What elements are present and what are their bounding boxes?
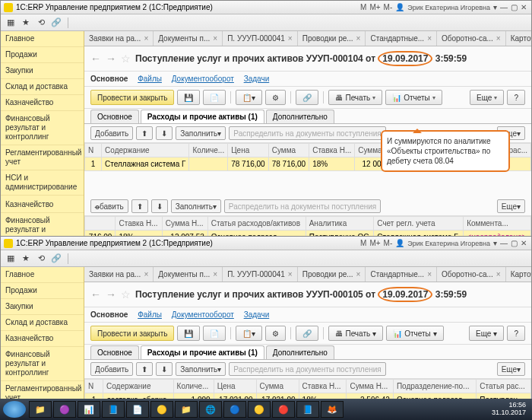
main-toolbar: ▦ ★ ⟲ 🔗: [1, 14, 531, 31]
nav-finresult[interactable]: Финансовый результат и контроллинг: [1, 111, 84, 145]
link-icon[interactable]: 🔗: [49, 17, 63, 29]
lnk-tasks[interactable]: Задачи: [244, 75, 270, 83]
fav-icon[interactable]: ☆: [121, 52, 131, 65]
post-close-btn[interactable]: Провести и закрыть: [90, 90, 174, 105]
nav-sales[interactable]: Продажи: [1, 47, 84, 63]
tb-app[interactable]: 🟣: [53, 401, 76, 418]
nav-main[interactable]: Главное: [1, 31, 84, 47]
tab-3[interactable]: Проводки ре...×: [298, 31, 366, 46]
lnk-files[interactable]: Файлы: [138, 75, 162, 83]
taskbar: 📁 🟣 📊 📘 📄 🟡 📁 🌐 🔵 🟡 🔴 📘 🦊 16:56 31.10.20…: [0, 399, 532, 420]
grid-b[interactable]: NСодержаниеКоличе... ЦенаСуммаСтавка Н..…: [84, 379, 531, 401]
main-toolbar-b: ▦ ★ ⟲ 🔗: [1, 250, 531, 267]
up2[interactable]: ⬆: [131, 199, 148, 213]
lnk-main[interactable]: Основное: [90, 75, 128, 83]
action-row: Провести и закрыть 💾 📄 📋▾ ⚙ 🔗 🖶 Печать ▾…: [84, 87, 531, 109]
doc-title-b: Поступление услуг и прочих активов УУУП-…: [135, 287, 467, 302]
misc3-btn[interactable]: 🔗: [296, 90, 318, 105]
app-icon: [4, 3, 13, 12]
tab-5[interactable]: Оборотно-са...×: [437, 31, 506, 46]
tb-app[interactable]: 🟡: [248, 401, 271, 418]
tab-4[interactable]: Стандартные...×: [366, 31, 437, 46]
add-row-btn2[interactable]: о̶бавить: [90, 199, 128, 213]
misc2-btn[interactable]: ⚙: [265, 90, 286, 105]
subtab-expenses[interactable]: Расходы и прочие активы (1): [141, 110, 264, 123]
sidebar: Главное Продажи Закупки Склад и доставка…: [1, 31, 84, 197]
add-row-btn[interactable]: Добавить: [90, 126, 133, 140]
reports-btn[interactable]: 📊 Отчеты ▾: [385, 90, 442, 105]
down2[interactable]: ⬇: [151, 199, 168, 213]
more-btn[interactable]: Еще ▾: [470, 90, 504, 105]
tb-app[interactable]: 📘: [102, 401, 125, 418]
tb-app[interactable]: 🟡: [150, 401, 173, 418]
tab-1[interactable]: Документы п...×: [154, 31, 223, 46]
start-button[interactable]: [3, 401, 26, 418]
doc-tabs-b: Заявки на ра...× Документы п...× П. УУУП…: [84, 267, 531, 282]
tray-clock[interactable]: 16:56 31.10.2017: [492, 402, 529, 417]
lnk-workflow[interactable]: Документооборот: [172, 75, 234, 83]
tb-app[interactable]: 📄: [126, 401, 149, 418]
tb-app[interactable]: 🌐: [199, 401, 222, 418]
help-btn[interactable]: ?: [507, 90, 525, 105]
user-name: Эрик Екатерина Игоревна: [407, 4, 490, 11]
mm-mp[interactable]: M+: [369, 3, 380, 11]
app-icon-b: [4, 239, 13, 248]
min-btn[interactable]: —: [500, 3, 508, 11]
fill-btn[interactable]: Заполнить ▾: [176, 126, 226, 140]
misc1-btn[interactable]: 📋▾: [236, 90, 262, 105]
distribute2[interactable]: Распределить на документы поступления: [224, 199, 381, 213]
subtab-main[interactable]: Основное: [90, 110, 139, 123]
doc-header-b: ← → ☆ Поступление услуг и прочих активов…: [84, 282, 531, 307]
nav-treasury[interactable]: Казначейство: [1, 95, 84, 111]
dd-icon[interactable]: ▾: [493, 3, 497, 11]
tab-0[interactable]: Заявки на ра...×: [84, 31, 154, 46]
tb-app[interactable]: 📊: [78, 401, 100, 418]
doc-date: 19.09.2017: [378, 51, 432, 66]
mm-mm[interactable]: M-: [384, 3, 393, 11]
fill2[interactable]: Заполнить ▾: [171, 199, 221, 213]
save-btn[interactable]: 💾: [177, 90, 200, 105]
grid-icon[interactable]: ▦: [4, 17, 17, 29]
tab-6[interactable]: Карточка сче...×: [506, 31, 531, 46]
nav-purchases[interactable]: Закупки: [1, 63, 84, 79]
star-icon[interactable]: ★: [19, 17, 33, 29]
post-btn[interactable]: 📄: [203, 90, 226, 105]
app-title-b: 1С:ERP Управление предприятием 2 (1С:Пре…: [16, 239, 213, 247]
tb-app[interactable]: 📁: [175, 401, 198, 418]
history-icon[interactable]: ⟲: [34, 17, 48, 29]
tb-app[interactable]: 📘: [296, 401, 319, 418]
mm-m[interactable]: M: [360, 3, 366, 11]
grid-mid[interactable]: Ставка Н...Сумма Н... Статья расходов/ак…: [84, 216, 531, 237]
nav-regulated[interactable]: Регламентированный учет: [1, 145, 84, 170]
doc-header: ← → ☆ Поступление услуг и прочих активов…: [84, 46, 531, 72]
nav-warehouse[interactable]: Склад и доставка: [1, 79, 84, 95]
app-title: 1С:ERP Управление предприятием 2 (1С:Пре…: [16, 3, 213, 11]
close-btn[interactable]: ✕: [521, 3, 527, 11]
subtab-extra[interactable]: Дополнительно: [266, 110, 334, 123]
max-btn[interactable]: ▢: [511, 3, 518, 11]
fwd-icon[interactable]: →: [106, 52, 116, 65]
tb-app[interactable]: 🔵: [223, 401, 246, 418]
annotation-callout: И суммируются по аналитике «Объекты стро…: [381, 130, 510, 172]
print-btn[interactable]: 🖶 Печать ▾: [328, 90, 382, 105]
subtabs: Основное Расходы и прочие активы (1) Доп…: [84, 109, 531, 124]
tb-app[interactable]: 📁: [29, 401, 52, 418]
doc-title: Поступление услуг и прочих активов УУУП-…: [135, 51, 467, 66]
user-icon: 👤: [395, 3, 404, 11]
more2[interactable]: Еще ▾: [497, 199, 525, 213]
distribute-btn[interactable]: Распределить на документы поступления: [229, 126, 385, 140]
tab-2[interactable]: П. УУУП-000041×: [223, 31, 298, 46]
link-row: Основное Файлы Документооборот Задачи: [84, 72, 531, 87]
titlebar-top: 1С:ERP Управление предприятием 2 (1С:Пре…: [1, 1, 531, 14]
tb-app[interactable]: 🦊: [321, 401, 344, 418]
down-btn[interactable]: ⬇: [156, 126, 173, 140]
tb-app[interactable]: 🔴: [272, 401, 295, 418]
grid-toolbar-mid: о̶бавить ⬆ ⬇ Заполнить ▾ Распределить на…: [84, 197, 531, 216]
sidebar-mid: Казначейство Финансовый результат и конт…: [1, 197, 84, 237]
nav-treasury2[interactable]: Казначейство: [1, 197, 84, 213]
doc-tabs: Заявки на ра...× Документы п...× П. УУУП…: [84, 31, 531, 46]
up-btn[interactable]: ⬆: [136, 126, 153, 140]
nav-nsi[interactable]: НСИ и администрирование: [1, 170, 84, 196]
back-icon[interactable]: ←: [90, 52, 101, 65]
sidebar-b: Главное Продажи Закупки Склад и доставка…: [1, 267, 84, 401]
